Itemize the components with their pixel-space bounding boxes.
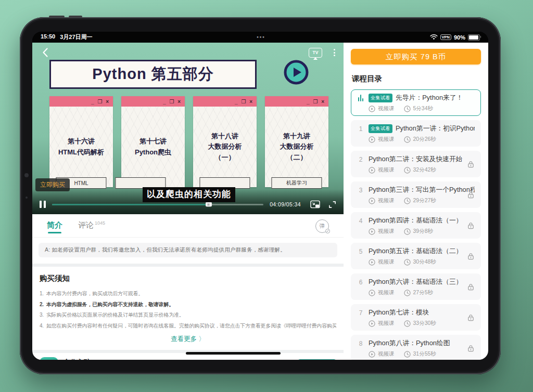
front-camera xyxy=(24,173,29,177)
duration-icon xyxy=(404,167,411,174)
danmaku-char: 弹 xyxy=(320,223,325,230)
card-line: 第十七讲 xyxy=(139,136,167,147)
video-type-label: 视频课 xyxy=(378,350,395,358)
danmaku-off-icon[interactable]: 弹 xyxy=(315,219,329,233)
duration-icon xyxy=(404,106,411,112)
episode-title: 先导片：Python来了！ xyxy=(396,94,463,102)
view-more-link[interactable]: 查看更多 〉 xyxy=(40,331,336,346)
episode-title: Python第四讲：基础语法（一） xyxy=(369,216,463,225)
episode-row-6[interactable]: 6 Python第六讲：基础语法（三） 视频课 27分5秒 xyxy=(351,273,481,300)
power-button xyxy=(49,16,65,18)
episode-duration: 5分34秒 xyxy=(413,105,434,112)
episode-row-0[interactable]: 全集试看 先导片：Python来了！ 视频课 5分34秒 xyxy=(351,89,481,116)
tv-cast-icon[interactable]: TV xyxy=(309,48,322,58)
lock-icon xyxy=(467,252,475,260)
window-controls: _ ❐ × xyxy=(121,96,185,107)
apply-button[interactable]: 立即申请 xyxy=(298,359,336,360)
episode-duration: 29分27秒 xyxy=(413,197,436,204)
card-line: 第十九讲 xyxy=(283,131,310,141)
purchase-note: 2.本内容为虚拟服务，已购买内容不支持退款，敬请谅解。 xyxy=(40,299,336,310)
card-line: 第十六讲 xyxy=(68,136,95,147)
video-type-icon xyxy=(369,167,375,174)
duration-icon xyxy=(404,198,411,204)
video-type-icon xyxy=(369,320,375,327)
status-bar: 15:50 3月27日周一 ••• VPN 90% xyxy=(32,32,488,43)
fullscreen-icon[interactable] xyxy=(328,201,336,208)
card-line: 第十八讲 xyxy=(211,131,238,141)
episode-row-8[interactable]: 8 Python第八讲：Python绘图 视频课 31分55秒 xyxy=(351,335,481,360)
video-type-label: 视频课 xyxy=(378,320,395,327)
purchase-notes-card: 购买须知 1.本内容为付费内容，购买成功后方可观看。 2.本内容为虚拟服务，已购… xyxy=(32,267,344,350)
faq-notice: A: 如老师设置用户群，我们将邀您加入，但我们无法承诺所有老师均提供用户群服务，… xyxy=(39,243,337,257)
lecture-card-18: _ ❐ × 第十八讲 大数据分析 （一） xyxy=(193,96,257,187)
lecture-cards: _ ❐ × 第十六讲 HTML代码解析 HTML _ ❐ × 第十七讲 P xyxy=(49,96,328,187)
purchase-note: 3.实际购买价格以页面展示的价格及订单结算页显示价格为准。 xyxy=(40,310,336,321)
episode-duration: 30分48秒 xyxy=(413,258,436,266)
episode-title: Python第三讲：写出第一个Python程序 xyxy=(369,186,475,194)
video-type-icon xyxy=(369,106,375,112)
duration-icon xyxy=(404,351,411,358)
purchase-notes-title: 购买须知 xyxy=(40,273,336,283)
episode-duration: 33分30秒 xyxy=(413,320,436,327)
video-type-label: 视频课 xyxy=(378,136,395,143)
catalog-title: 课程目录 xyxy=(352,74,480,84)
episode-duration: 39分8秒 xyxy=(413,228,434,235)
info-panel: 简介 评论1045 弹 A: 如老师设置用户群，我们将邀您加入，但我们无法承诺所… xyxy=(32,214,344,264)
episode-row-4[interactable]: 4 Python第四讲：基础语法（一） 视频课 39分8秒 xyxy=(351,212,481,239)
card-line: HTML代码解析 xyxy=(58,147,104,158)
episode-number: 1 xyxy=(357,125,364,133)
card-line: （二） xyxy=(287,152,307,163)
video-type-label: 视频课 xyxy=(378,166,395,174)
episode-number: 4 xyxy=(357,217,364,225)
video-type-icon xyxy=(369,290,375,296)
episode-row-2[interactable]: 2 Python第二讲：安装及快速开始 视频课 32分42秒 xyxy=(351,151,481,177)
purchase-button[interactable]: 立即购买 79 B币 xyxy=(351,49,481,64)
pause-button[interactable] xyxy=(40,201,46,208)
episode-duration: 31分55秒 xyxy=(413,350,436,358)
coop-title: 合作入驻 xyxy=(64,358,135,360)
lock-icon xyxy=(467,344,475,352)
lock-icon xyxy=(467,160,475,168)
lock-icon xyxy=(467,283,475,291)
video-type-icon xyxy=(369,259,375,266)
card-tab-label: 机器学习 xyxy=(271,177,322,189)
episode-number: 8 xyxy=(357,340,364,347)
episode-number: 6 xyxy=(357,279,364,286)
back-button[interactable] xyxy=(40,47,51,58)
pip-icon[interactable] xyxy=(310,200,320,208)
episode-title: Python第一讲：初识Python xyxy=(396,124,475,133)
video-type-icon xyxy=(369,136,375,143)
video-player[interactable]: TV Python 第五部分 _ ❐ × 第十六讲 HTML代码解析 xyxy=(32,43,344,214)
progress-handle[interactable] xyxy=(206,202,212,207)
video-subtitle: 以及爬虫的相关功能 xyxy=(143,187,235,202)
volume-button xyxy=(69,16,82,18)
tab-comments[interactable]: 评论1045 xyxy=(78,220,105,232)
card-line: 大数据分析 xyxy=(208,141,242,152)
buy-now-chip[interactable]: 立即购买 xyxy=(35,178,70,191)
video-type-icon xyxy=(369,351,375,358)
sensor-dot xyxy=(26,197,28,199)
lock-icon xyxy=(467,191,475,199)
window-controls: _ ❐ × xyxy=(49,96,113,107)
duration-icon xyxy=(404,290,411,296)
episode-row-7[interactable]: 7 Python第七讲：模块 视频课 33分30秒 xyxy=(351,304,481,331)
trial-badge: 全集试看 xyxy=(369,124,392,133)
progress-bar[interactable] xyxy=(52,204,263,205)
home-indicator[interactable] xyxy=(186,352,281,355)
video-type-label: 视频课 xyxy=(378,197,395,204)
episode-title: Python第七讲：模块 xyxy=(369,308,429,317)
more-menu-icon[interactable] xyxy=(334,49,335,56)
comments-count: 1045 xyxy=(95,220,105,226)
episode-row-3[interactable]: 3 Python第三讲：写出第一个Python程序 视频课 29分27秒 xyxy=(351,181,481,208)
episode-row-1[interactable]: 1 全集试看 Python第一讲：初识Python 视频课 20分26秒 xyxy=(351,120,481,147)
course-sidebar: 立即购买 79 B币 课程目录 全集试看 先导片：Python来了！ 视频课 5… xyxy=(344,43,488,360)
episode-row-5[interactable]: 5 Python第五讲：基础语法（二） 视频课 30分48秒 xyxy=(351,243,481,269)
play-button-graphic xyxy=(284,60,309,85)
tab-intro[interactable]: 简介 xyxy=(47,220,62,232)
video-type-icon xyxy=(369,228,375,235)
episode-number: 7 xyxy=(357,309,364,317)
vpn-badge: VPN xyxy=(440,34,451,40)
episode-number: 3 xyxy=(357,187,364,194)
card-line: （一） xyxy=(215,152,235,163)
progress-fill xyxy=(52,204,209,205)
